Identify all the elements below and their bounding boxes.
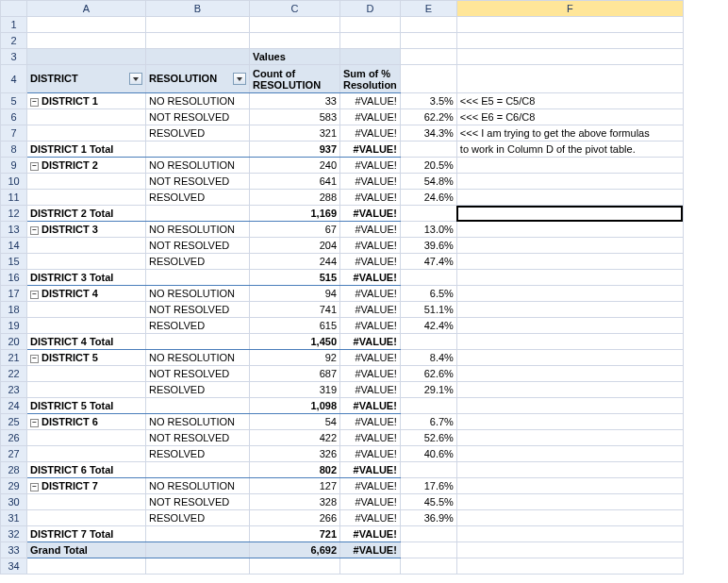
- grand-total-count[interactable]: 6,692: [250, 542, 340, 558]
- error-value[interactable]: #VALUE!: [340, 462, 401, 478]
- row-header[interactable]: 34: [1, 558, 27, 575]
- cell[interactable]: [146, 270, 250, 286]
- pct-value[interactable]: 62.2%: [400, 109, 456, 125]
- resolution-value[interactable]: NO RESOLUTION: [146, 286, 250, 302]
- district-total-count[interactable]: 515: [250, 270, 340, 286]
- district-total-count[interactable]: 1,098: [250, 398, 340, 414]
- cell[interactable]: [456, 17, 683, 33]
- cell[interactable]: [400, 462, 456, 478]
- district-total-label[interactable]: DISTRICT 7 Total: [27, 526, 146, 542]
- district-total-count[interactable]: 937: [250, 142, 340, 158]
- pct-value[interactable]: 6.5%: [400, 286, 456, 302]
- note-cell[interactable]: [456, 334, 683, 350]
- row-header[interactable]: 29: [1, 478, 27, 494]
- resolution-value[interactable]: NO RESOLUTION: [146, 350, 250, 366]
- error-value[interactable]: #VALUE!: [340, 174, 401, 190]
- note-cell[interactable]: [456, 206, 683, 222]
- cell[interactable]: [400, 206, 456, 222]
- district-total-label[interactable]: DISTRICT 5 Total: [27, 398, 146, 414]
- pct-value[interactable]: 29.1%: [400, 382, 456, 398]
- note-cell[interactable]: [456, 302, 683, 318]
- note-cell[interactable]: [456, 446, 683, 462]
- count-value[interactable]: 319: [250, 382, 340, 398]
- count-value[interactable]: 33: [250, 93, 340, 109]
- pivot-corner[interactable]: [340, 49, 401, 65]
- row-header[interactable]: 28: [1, 462, 27, 478]
- cell[interactable]: [146, 558, 250, 575]
- cell[interactable]: [250, 17, 340, 33]
- note-cell[interactable]: [456, 430, 683, 446]
- row-header[interactable]: 17: [1, 286, 27, 302]
- count-value[interactable]: 67: [250, 222, 340, 238]
- error-value[interactable]: #VALUE!: [340, 366, 401, 382]
- cell[interactable]: [27, 510, 146, 526]
- cell[interactable]: [27, 174, 146, 190]
- collapse-icon[interactable]: −: [30, 98, 39, 107]
- error-value[interactable]: #VALUE!: [340, 270, 401, 286]
- error-value[interactable]: #VALUE!: [340, 350, 401, 366]
- count-value[interactable]: 240: [250, 158, 340, 174]
- cell[interactable]: [400, 65, 456, 93]
- cell[interactable]: [27, 446, 146, 462]
- count-value[interactable]: 288: [250, 190, 340, 206]
- spreadsheet-grid[interactable]: ABCDEF 123Values4DISTRICTRESOLUTIONCount…: [0, 0, 684, 575]
- pct-value[interactable]: 34.3%: [400, 125, 456, 142]
- cell[interactable]: [400, 17, 456, 33]
- resolution-value[interactable]: NO RESOLUTION: [146, 93, 250, 109]
- pct-value[interactable]: 54.8%: [400, 174, 456, 190]
- error-value[interactable]: #VALUE!: [340, 510, 401, 526]
- pivot-corner[interactable]: [146, 49, 250, 65]
- cell[interactable]: [146, 462, 250, 478]
- cell[interactable]: [456, 65, 683, 93]
- cell[interactable]: [27, 302, 146, 318]
- cell[interactable]: [400, 558, 456, 575]
- note-cell[interactable]: <<< I am trying to get the above formula…: [456, 125, 683, 142]
- row-header[interactable]: 19: [1, 318, 27, 334]
- pct-value[interactable]: 45.5%: [400, 494, 456, 510]
- note-cell[interactable]: [456, 238, 683, 254]
- row-header[interactable]: 10: [1, 174, 27, 190]
- row-header[interactable]: 31: [1, 510, 27, 526]
- cell[interactable]: [400, 398, 456, 414]
- pct-value[interactable]: 6.7%: [400, 414, 456, 430]
- cell[interactable]: [146, 17, 250, 33]
- cell[interactable]: [146, 142, 250, 158]
- column-header-A[interactable]: A: [27, 1, 146, 17]
- column-header-D[interactable]: D: [340, 1, 401, 17]
- collapse-icon[interactable]: −: [30, 162, 39, 171]
- cell[interactable]: [146, 542, 250, 558]
- count-value[interactable]: 326: [250, 446, 340, 462]
- resolution-value[interactable]: RESOLVED: [146, 510, 250, 526]
- row-header[interactable]: 25: [1, 414, 27, 430]
- cell[interactable]: [27, 190, 146, 206]
- resolution-value[interactable]: NOT RESOLVED: [146, 430, 250, 446]
- error-value[interactable]: #VALUE!: [340, 430, 401, 446]
- row-header[interactable]: 22: [1, 366, 27, 382]
- error-value[interactable]: #VALUE!: [340, 93, 401, 109]
- cell[interactable]: [27, 558, 146, 575]
- resolution-value[interactable]: RESOLVED: [146, 125, 250, 142]
- count-value[interactable]: 92: [250, 350, 340, 366]
- row-header[interactable]: 26: [1, 430, 27, 446]
- cell[interactable]: [27, 494, 146, 510]
- resolution-value[interactable]: NOT RESOLVED: [146, 366, 250, 382]
- row-header[interactable]: 27: [1, 446, 27, 462]
- row-header[interactable]: 33: [1, 542, 27, 558]
- district-total-count[interactable]: 1,450: [250, 334, 340, 350]
- resolution-value[interactable]: RESOLVED: [146, 190, 250, 206]
- count-value[interactable]: 204: [250, 238, 340, 254]
- error-value[interactable]: #VALUE!: [340, 222, 401, 238]
- note-cell[interactable]: [456, 174, 683, 190]
- district-total-label[interactable]: DISTRICT 2 Total: [27, 206, 146, 222]
- cell[interactable]: [146, 398, 250, 414]
- count-value[interactable]: 615: [250, 318, 340, 334]
- note-cell[interactable]: [456, 526, 683, 542]
- error-value[interactable]: #VALUE!: [340, 286, 401, 302]
- note-cell[interactable]: [456, 414, 683, 430]
- row-header[interactable]: 23: [1, 382, 27, 398]
- note-cell[interactable]: <<< E5 = C5/C8: [456, 93, 683, 109]
- cell[interactable]: [27, 254, 146, 270]
- row-header[interactable]: 8: [1, 142, 27, 158]
- note-cell[interactable]: <<< E6 = C6/C8: [456, 109, 683, 125]
- note-cell[interactable]: [456, 158, 683, 174]
